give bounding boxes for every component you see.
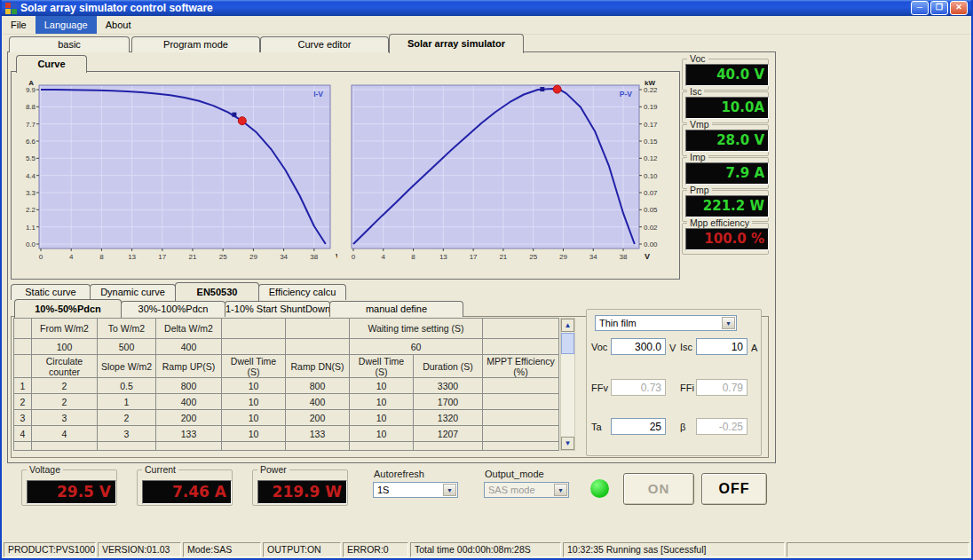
table-cell[interactable]: 1 <box>98 394 156 410</box>
table-cell[interactable]: 10 <box>222 410 286 426</box>
param--input[interactable] <box>696 418 748 435</box>
tab-solar-array-simulator[interactable]: Solar array simulator <box>389 34 524 53</box>
table-cell[interactable]: 2 <box>32 378 98 394</box>
tab-dynamic-curve[interactable]: Dynamic curve <box>90 284 176 300</box>
subtab-10-50-pdcn[interactable]: 10%-50%Pdcn <box>14 299 122 318</box>
param-voc-input[interactable] <box>611 338 666 355</box>
svg-text:25: 25 <box>219 253 227 261</box>
scroll-down-icon[interactable]: ▼ <box>561 437 574 450</box>
autorefresh-select[interactable]: 1S ▼ <box>373 482 458 498</box>
svg-text:8: 8 <box>411 253 415 261</box>
svg-text:4.4: 4.4 <box>26 172 36 180</box>
table-cell[interactable]: 1700 <box>414 394 483 410</box>
table-cell[interactable]: 10 <box>350 426 414 442</box>
table-cell[interactable]: 2 <box>98 410 156 426</box>
tab-en50530[interactable]: EN50530 <box>175 282 259 301</box>
param-isc-input[interactable] <box>696 338 748 355</box>
param-ta-label: Ta <box>591 422 602 432</box>
minimize-button[interactable]: ─ <box>911 1 929 15</box>
chevron-down-icon[interactable]: ▼ <box>554 484 567 496</box>
tab-efficiency-calcu[interactable]: Efficiency calcu <box>258 284 346 300</box>
table-cell[interactable]: 10 <box>222 378 286 394</box>
menu-language[interactable]: Language <box>36 16 97 34</box>
table-cell[interactable]: 200 <box>156 410 222 426</box>
table-cell[interactable] <box>483 394 559 410</box>
table-cell[interactable]: 10 <box>350 378 414 394</box>
tab-program-mode[interactable]: Program mode <box>131 36 260 52</box>
meta-value[interactable]: 100 <box>32 339 98 355</box>
table-cell[interactable]: 800 <box>156 378 222 394</box>
table-cell[interactable]: 133 <box>156 426 222 442</box>
row-number: 1 <box>14 378 32 394</box>
close-button[interactable]: ✕ <box>950 1 968 15</box>
output-mode-select[interactable]: SAS mode ▼ <box>484 482 569 498</box>
col-header: Ramp DN(S) <box>286 355 350 378</box>
table-cell[interactable]: 2 <box>32 394 98 410</box>
subtab-1-10-start-shuntdown[interactable]: 1-10% Start ShuntDown <box>225 301 330 317</box>
output-mode-value: SAS mode <box>488 485 535 495</box>
meter-label: Voltage <box>27 464 63 475</box>
title-bar: Solar array simulator control software ─… <box>2 0 971 16</box>
tab-curve-editor[interactable]: Curve editor <box>260 36 389 52</box>
meta-value[interactable]: 400 <box>156 339 222 355</box>
table-cell[interactable]: 800 <box>286 378 350 394</box>
meta-value[interactable]: 500 <box>98 339 156 355</box>
module-type-select[interactable]: Thin film ▼ <box>595 315 737 331</box>
col-header: Dwell Time (S) <box>222 355 286 378</box>
param-ffv-input[interactable] <box>611 379 666 396</box>
table-cell[interactable]: 3 <box>98 426 156 442</box>
table-cell[interactable]: 0.5 <box>98 378 156 394</box>
menu-bar: FileLanguageAbout <box>2 16 971 35</box>
scroll-up-icon[interactable]: ▲ <box>561 319 574 332</box>
table-cell[interactable]: 400 <box>286 394 350 410</box>
table-cell[interactable]: 10 <box>222 426 286 442</box>
param-isc-unit: A <box>751 343 757 353</box>
svg-text:38: 38 <box>620 253 628 261</box>
table-cell[interactable]: 10 <box>350 410 414 426</box>
table-scrollbar[interactable]: ▲ ▼ <box>560 318 575 451</box>
readout-label: Imp <box>687 152 708 162</box>
output-mode-label: Output_mode <box>485 469 544 479</box>
table-cell <box>286 442 350 451</box>
subtab-30-100-pdcn[interactable]: 30%-100%Pdcn <box>121 301 225 317</box>
table-cell[interactable]: 3 <box>32 410 98 426</box>
table-cell[interactable]: 1320 <box>414 410 483 426</box>
subtab-manual-define[interactable]: manual define <box>329 301 463 317</box>
table-cell[interactable] <box>483 378 559 394</box>
readout-label: Pmp <box>687 185 712 195</box>
param--label: β <box>680 422 685 432</box>
meta-value[interactable] <box>483 339 559 355</box>
table-cell[interactable] <box>483 410 559 426</box>
tab-static-curve[interactable]: Static curve <box>11 284 91 300</box>
output-status-indicator <box>590 479 609 498</box>
chevron-down-icon[interactable]: ▼ <box>722 317 735 329</box>
window-title: Solar array simulator control software <box>20 2 213 14</box>
table-cell[interactable]: 200 <box>286 410 350 426</box>
param-ta-input[interactable] <box>611 418 666 435</box>
param-ffi-input[interactable] <box>696 379 748 396</box>
meta-value[interactable]: 60 <box>350 339 483 355</box>
maximize-button[interactable]: ❐ <box>930 1 948 15</box>
table-cell[interactable]: 10 <box>350 394 414 410</box>
menu-about[interactable]: About <box>97 16 140 34</box>
meter-value-voltage: 29.5 V <box>27 480 116 504</box>
svg-text:38: 38 <box>310 253 318 261</box>
col-meta <box>222 319 286 339</box>
scroll-thumb[interactable] <box>561 333 574 354</box>
table-cell[interactable]: 3300 <box>414 378 483 394</box>
status-cell-2: Mode:SAS <box>183 542 261 557</box>
tab-curve[interactable]: Curve <box>16 55 87 73</box>
table-cell[interactable]: 1207 <box>414 426 483 442</box>
table-cell[interactable]: 400 <box>156 394 222 410</box>
off-button[interactable]: OFF <box>701 473 767 505</box>
table-cell[interactable]: 133 <box>286 426 350 442</box>
meta-value[interactable] <box>222 339 286 355</box>
table-cell[interactable]: 10 <box>222 394 286 410</box>
on-button[interactable]: ON <box>623 473 694 505</box>
menu-file[interactable]: File <box>2 16 36 34</box>
chevron-down-icon[interactable]: ▼ <box>443 484 456 496</box>
meta-value[interactable] <box>286 339 350 355</box>
table-cell[interactable] <box>483 426 559 442</box>
tab-basic[interactable]: basic <box>9 36 130 52</box>
table-cell[interactable]: 4 <box>32 426 98 442</box>
